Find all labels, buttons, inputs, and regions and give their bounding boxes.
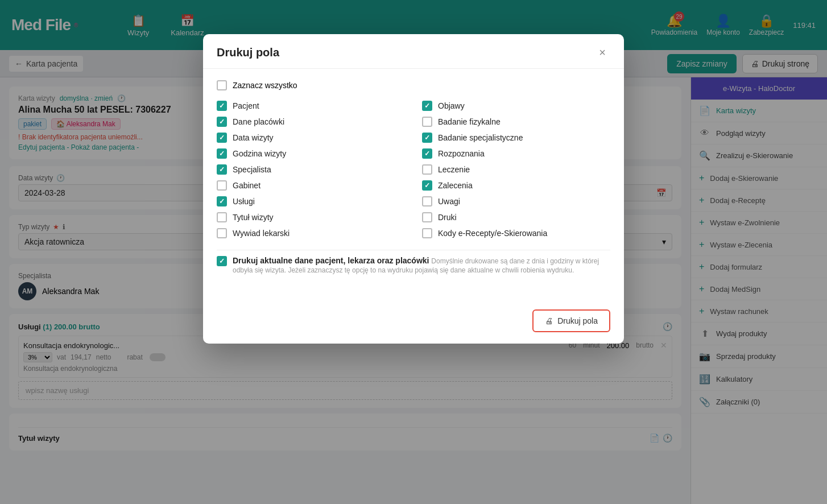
check-badanie-specjalistyczne[interactable]: Badanie specjalistyczne bbox=[422, 133, 610, 143]
zaznacz-wszystko-row: Zaznacz wszystko bbox=[217, 80, 610, 90]
check-leczenie[interactable]: Leczenie bbox=[422, 164, 610, 175]
cb-godzina-label: Godzina wizyty bbox=[233, 149, 286, 158]
printer-icon2: 🖨 bbox=[545, 316, 553, 325]
cb-badanie-spec[interactable] bbox=[422, 133, 432, 143]
cb-data-wizyty[interactable] bbox=[217, 133, 227, 143]
cb-badanie-fizykalne[interactable] bbox=[422, 117, 432, 127]
check-wywiad[interactable]: Wywiad lekarski bbox=[217, 228, 405, 238]
cb-data-wizyty-label: Data wizyty bbox=[233, 133, 274, 142]
modal-footer: 🖨 Drukuj pola bbox=[203, 303, 624, 344]
cb-druki[interactable] bbox=[422, 212, 432, 222]
check-kody-erecepty[interactable]: Kody e-Recepty/e-Skierowania bbox=[422, 228, 610, 238]
drukuj-aktualne-text: Drukuj aktualne dane pacjent, lekarza or… bbox=[233, 256, 610, 274]
check-druki[interactable]: Druki bbox=[422, 212, 610, 222]
modal-body: Zaznacz wszystko Pacjent Objawy Dane pla… bbox=[203, 69, 624, 303]
checkboxes-grid: Pacjent Objawy Dane placówki Badanie fiz… bbox=[217, 101, 610, 238]
check-uslugi[interactable]: Usługi bbox=[217, 196, 405, 206]
check-tytul-wizyty[interactable]: Tytuł wizyty bbox=[217, 212, 405, 222]
modal-header: Drukuj pola × bbox=[203, 34, 624, 69]
modal-overlay[interactable]: Drukuj pola × Zaznacz wszystko Pacjent O… bbox=[0, 0, 827, 504]
cb-objawy[interactable] bbox=[422, 101, 432, 111]
zaznacz-wszystko-checkbox[interactable] bbox=[217, 80, 227, 90]
cb-zalecenia-label: Zalecenia bbox=[438, 181, 473, 190]
check-uwagi[interactable]: Uwagi bbox=[422, 196, 610, 206]
modal-close-button[interactable]: × bbox=[594, 44, 610, 60]
drukuj-pola-modal: Drukuj pola × Zaznacz wszystko Pacjent O… bbox=[203, 34, 624, 344]
cb-wywiad[interactable] bbox=[217, 228, 227, 238]
check-specjalista[interactable]: Specjalista bbox=[217, 164, 405, 175]
cb-wywiad-label: Wywiad lekarski bbox=[233, 229, 290, 238]
drukuj-aktualne-row: Drukuj aktualne dane pacjent, lekarza or… bbox=[217, 250, 610, 280]
check-rozpoznania[interactable]: Rozpoznania bbox=[422, 148, 610, 159]
cb-leczenie-label: Leczenie bbox=[438, 165, 470, 174]
cb-kody[interactable] bbox=[422, 228, 432, 238]
check-godzina-wizyty[interactable]: Godzina wizyty bbox=[217, 148, 405, 159]
cb-zalecenia[interactable] bbox=[422, 180, 432, 191]
cb-leczenie[interactable] bbox=[422, 164, 432, 175]
cb-uslugi[interactable] bbox=[217, 196, 227, 206]
cb-drukuj-aktualne[interactable] bbox=[217, 256, 227, 266]
cb-badanie-spec-label: Badanie specjalistyczne bbox=[438, 133, 523, 142]
cb-specjalista-label: Specjalista bbox=[233, 165, 271, 174]
drukuj-pola-label: Drukuj pola bbox=[557, 316, 598, 325]
cb-tytul[interactable] bbox=[217, 212, 227, 222]
check-badanie-fizykalne[interactable]: Badanie fizykalne bbox=[422, 117, 610, 127]
cb-gabinet[interactable] bbox=[217, 180, 227, 191]
cb-kody-label: Kody e-Recepty/e-Skierowania bbox=[438, 229, 547, 238]
cb-gabinet-label: Gabinet bbox=[233, 181, 260, 190]
cb-druki-label: Druki bbox=[438, 213, 457, 222]
check-data-wizyty[interactable]: Data wizyty bbox=[217, 133, 405, 143]
cb-badanie-fizykalne-label: Badanie fizykalne bbox=[438, 117, 501, 126]
check-gabinet[interactable]: Gabinet bbox=[217, 180, 405, 191]
cb-uwagi[interactable] bbox=[422, 196, 432, 206]
cb-rozpoznania[interactable] bbox=[422, 148, 432, 159]
check-zalecenia[interactable]: Zalecenia bbox=[422, 180, 610, 191]
cb-pacjent-label: Pacjent bbox=[233, 101, 259, 110]
cb-dane-placowki[interactable] bbox=[217, 117, 227, 127]
check-objawy[interactable]: Objawy bbox=[422, 101, 610, 111]
check-dane-placowki[interactable]: Dane placówki bbox=[217, 117, 405, 127]
cb-godzina[interactable] bbox=[217, 148, 227, 159]
zaznacz-wszystko-label: Zaznacz wszystko bbox=[233, 81, 297, 90]
check-pacjent[interactable]: Pacjent bbox=[217, 101, 405, 111]
cb-uslugi-label: Usługi bbox=[233, 197, 255, 206]
cb-uwagi-label: Uwagi bbox=[438, 197, 460, 206]
cb-dane-placowki-label: Dane placówki bbox=[233, 117, 284, 126]
drukuj-pola-button[interactable]: 🖨 Drukuj pola bbox=[532, 309, 610, 332]
cb-specjalista[interactable] bbox=[217, 164, 227, 175]
cb-tytul-label: Tytuł wizyty bbox=[233, 213, 274, 222]
cb-pacjent[interactable] bbox=[217, 101, 227, 111]
modal-title: Drukuj pola bbox=[217, 46, 279, 59]
drukuj-aktualne-strong: Drukuj aktualne dane pacjent, lekarza or… bbox=[233, 256, 429, 265]
cb-objawy-label: Objawy bbox=[438, 101, 465, 110]
cb-rozpoznania-label: Rozpoznania bbox=[438, 149, 485, 158]
